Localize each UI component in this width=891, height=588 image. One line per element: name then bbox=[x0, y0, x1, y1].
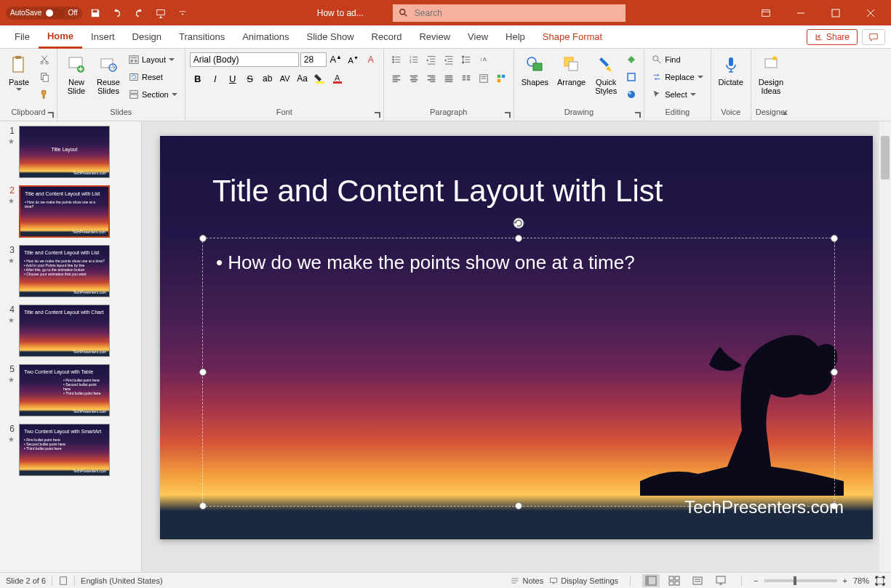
thumbnail-slide-3[interactable]: Title and Content Layout with List• How … bbox=[19, 245, 110, 297]
vertical-scrollbar[interactable] bbox=[879, 121, 891, 572]
search-input[interactable] bbox=[415, 8, 620, 18]
tab-shape-format[interactable]: Shape Format bbox=[534, 25, 611, 49]
font-size-input[interactable] bbox=[300, 52, 327, 67]
quick-styles-button[interactable]: Quick Styles bbox=[591, 52, 620, 97]
bullets-button[interactable] bbox=[388, 52, 404, 68]
reading-view-button[interactable] bbox=[689, 574, 706, 587]
clear-formatting-button[interactable]: A bbox=[363, 52, 379, 68]
underline-button[interactable]: U bbox=[225, 71, 241, 86]
tab-record[interactable]: Record bbox=[363, 25, 411, 49]
normal-view-button[interactable] bbox=[642, 574, 660, 587]
tab-view[interactable]: View bbox=[459, 25, 497, 49]
content-placeholder[interactable]: • How do we make the points show one at … bbox=[202, 238, 835, 507]
replace-button[interactable]: Replace bbox=[649, 69, 706, 85]
line-spacing-button[interactable] bbox=[458, 52, 474, 68]
notes-button[interactable]: Notes bbox=[511, 576, 543, 585]
selection-handle[interactable] bbox=[199, 368, 207, 376]
collapse-ribbon-button[interactable] bbox=[780, 109, 789, 118]
shapes-button[interactable]: Shapes bbox=[519, 52, 551, 88]
slide-counter[interactable]: Slide 2 of 6 bbox=[6, 576, 46, 585]
text-shadow-button[interactable]: ab bbox=[260, 71, 276, 86]
copy-button[interactable] bbox=[36, 69, 52, 85]
shape-fill-button[interactable] bbox=[623, 52, 639, 68]
tab-home[interactable]: Home bbox=[39, 25, 82, 49]
scrollbar-thumb[interactable] bbox=[881, 136, 890, 180]
share-button[interactable]: Share bbox=[807, 29, 858, 45]
section-button[interactable]: Section bbox=[126, 86, 180, 102]
increase-indent-button[interactable] bbox=[441, 52, 457, 68]
rotate-handle[interactable] bbox=[512, 217, 525, 230]
thumbnail-slide-1[interactable]: Title LayoutTechPresenters.com bbox=[19, 126, 110, 178]
align-text-button[interactable] bbox=[476, 71, 492, 86]
increase-font-button[interactable]: A▲ bbox=[328, 52, 344, 68]
shape-outline-button[interactable] bbox=[623, 69, 639, 85]
slide-title[interactable]: Title and Content Layout with List bbox=[212, 174, 663, 209]
ribbon-display-options[interactable] bbox=[751, 0, 780, 25]
selection-handle[interactable] bbox=[199, 235, 207, 242]
convert-smartart-button[interactable] bbox=[493, 71, 509, 86]
decrease-indent-button[interactable] bbox=[423, 52, 439, 68]
tab-animations[interactable]: Animations bbox=[233, 25, 297, 49]
thumbnail-slide-5[interactable]: Two Content Layout with Table• First bul… bbox=[19, 364, 110, 416]
minimize-button[interactable] bbox=[786, 0, 815, 25]
thumbnail-slide-4[interactable]: Title and Content Layout with ChartTechP… bbox=[19, 305, 110, 357]
slideshow-view-button[interactable] bbox=[712, 574, 730, 587]
font-color-button[interactable]: A bbox=[329, 71, 345, 86]
zoom-out-button[interactable]: − bbox=[754, 576, 758, 585]
align-left-button[interactable] bbox=[388, 71, 404, 86]
zoom-slider[interactable] bbox=[764, 579, 837, 582]
tab-slideshow[interactable]: Slide Show bbox=[297, 25, 362, 49]
redo-button[interactable] bbox=[130, 4, 148, 22]
zoom-slider-handle[interactable] bbox=[794, 576, 796, 585]
accessibility-icon[interactable] bbox=[58, 576, 68, 586]
paste-button[interactable]: Paste bbox=[4, 52, 33, 92]
paragraph-dialog-launcher[interactable] bbox=[503, 110, 512, 119]
language-status[interactable]: English (United States) bbox=[81, 576, 163, 585]
slide-sorter-button[interactable] bbox=[666, 574, 683, 587]
autosave-toggle[interactable]: AutoSave Off bbox=[6, 7, 82, 20]
character-spacing-button[interactable]: AV bbox=[277, 71, 293, 86]
save-button[interactable] bbox=[87, 4, 104, 22]
selection-handle[interactable] bbox=[831, 235, 838, 242]
maximize-button[interactable] bbox=[821, 0, 850, 25]
selection-handle[interactable] bbox=[515, 502, 522, 510]
change-case-button[interactable]: Aa bbox=[295, 71, 311, 86]
layout-button[interactable]: Layout bbox=[126, 52, 180, 68]
strikethrough-button[interactable]: S bbox=[242, 71, 258, 86]
bold-button[interactable]: B bbox=[190, 71, 206, 86]
close-button[interactable] bbox=[856, 0, 885, 25]
zoom-in-button[interactable]: + bbox=[843, 576, 847, 585]
find-button[interactable]: Find bbox=[649, 52, 706, 68]
thumbnail-slide-6[interactable]: Two Content Layout with SmartArt• First … bbox=[19, 424, 110, 476]
format-painter-button[interactable] bbox=[36, 86, 52, 102]
highlight-button[interactable] bbox=[312, 71, 328, 86]
display-settings-button[interactable]: Display Settings bbox=[549, 576, 618, 585]
arrange-button[interactable]: Arrange bbox=[554, 52, 588, 88]
columns-button[interactable] bbox=[458, 71, 474, 86]
justify-button[interactable] bbox=[441, 71, 457, 86]
tab-transitions[interactable]: Transitions bbox=[170, 25, 233, 49]
clipboard-dialog-launcher[interactable] bbox=[47, 110, 55, 119]
selection-handle[interactable] bbox=[831, 368, 838, 376]
dictate-button[interactable]: Dictate bbox=[716, 52, 746, 88]
tab-design[interactable]: Design bbox=[124, 25, 170, 49]
tab-help[interactable]: Help bbox=[497, 25, 534, 49]
undo-button[interactable] bbox=[108, 4, 126, 22]
cut-button[interactable] bbox=[36, 52, 52, 68]
align-center-button[interactable] bbox=[406, 71, 422, 86]
bullet-text[interactable]: • How do we make the points show one at … bbox=[216, 251, 821, 274]
numbering-button[interactable]: 123 bbox=[406, 52, 422, 68]
shape-effects-button[interactable] bbox=[623, 86, 639, 102]
zoom-level[interactable]: 78% bbox=[853, 576, 869, 585]
slideshow-from-beginning-button[interactable] bbox=[152, 4, 169, 22]
reuse-slides-button[interactable]: Reuse Slides bbox=[94, 52, 123, 97]
italic-button[interactable]: I bbox=[207, 71, 223, 86]
thumbnail-slide-2[interactable]: Title and Content Layout with List• How … bbox=[19, 185, 110, 238]
font-name-input[interactable] bbox=[190, 52, 299, 67]
decrease-font-button[interactable]: A▼ bbox=[345, 52, 361, 68]
drawing-dialog-launcher[interactable] bbox=[634, 110, 642, 119]
selection-handle[interactable] bbox=[199, 502, 207, 510]
qat-customize-button[interactable] bbox=[174, 4, 191, 22]
new-slide-button[interactable]: New Slide bbox=[62, 52, 91, 97]
search-box[interactable] bbox=[393, 4, 626, 22]
